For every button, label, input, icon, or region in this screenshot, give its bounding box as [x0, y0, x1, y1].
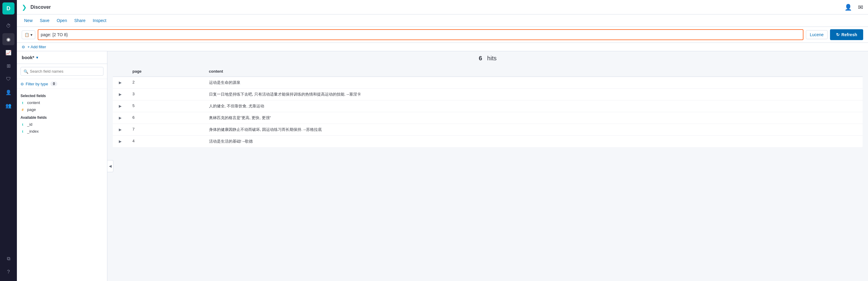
page-title: Discover [30, 4, 51, 10]
table-row: ▶ 4 活动是生活的基础! --歌德 [113, 136, 863, 148]
field-search-container: 🔍 [17, 64, 107, 79]
row-expand-button[interactable]: ▶ [118, 139, 123, 144]
row-expand-cell: ▶ [113, 77, 128, 89]
nav-shield-icon[interactable]: 🛡 [2, 73, 14, 85]
row-expand-cell: ▶ [113, 136, 128, 148]
filter-row: ⊖ + Add filter [17, 43, 868, 51]
row-content-3: 日复一日地坚持练下去吧, 只有活动适量才能保持训练的热情和提高运动的技能. --… [204, 89, 863, 100]
filter-by-type-icon: ⊖ [21, 82, 24, 86]
share-button[interactable]: Share [72, 17, 88, 24]
field-name-content: content [27, 100, 40, 105]
toolbar: New Save Open Share Inspect [17, 14, 868, 27]
nav-users-icon[interactable]: 👥 [2, 99, 14, 112]
table-row: ▶ 2 运动是生命的源泉 [113, 77, 863, 89]
expand-col-header [113, 66, 128, 77]
field-item-page[interactable]: # page [17, 106, 107, 113]
field-search-input[interactable] [21, 67, 103, 76]
field-item-id[interactable]: t _id [17, 121, 107, 128]
save-button[interactable]: Save [37, 17, 52, 24]
filter-icon[interactable]: ⊖ [22, 44, 25, 49]
content-area: book* ▾ 🔍 ⊖ Filter by type 0 Selected fi… [17, 51, 868, 281]
sidebar: book* ▾ 🔍 ⊖ Filter by type 0 Selected fi… [17, 51, 107, 281]
row-expand-button[interactable]: ▶ [118, 103, 123, 109]
row-expand-button[interactable]: ▶ [118, 80, 123, 85]
hits-count: 6 [479, 55, 482, 62]
filter-count-badge: 0 [50, 82, 57, 86]
table-body: ▶ 2 运动是生命的源泉 ▶ 3 日复一日地坚持练下去吧, 只有活动适量才能保持… [113, 77, 863, 148]
row-expand-button[interactable]: ▶ [118, 115, 123, 121]
collapse-sidebar-button[interactable]: ◀ [107, 160, 114, 172]
left-navigation: D ⏱ ◉ 📈 ⊞ 🛡 👤 👥 ⧉ ? [0, 0, 17, 281]
row-page-2: 2 [128, 77, 204, 89]
logo-letter: D [7, 5, 10, 12]
results-table-container: page content ▶ 2 运动是生命的源泉 ▶ 3 [107, 65, 868, 281]
results-header: 6 hits [107, 51, 868, 65]
row-expand-cell: ▶ [113, 89, 128, 100]
refresh-label: Refresh [841, 32, 857, 37]
field-name-page: page [27, 107, 36, 112]
filter-by-type-row: ⊖ Filter by type 0 [17, 79, 107, 89]
nav-grid-icon[interactable]: ⊞ [2, 60, 14, 72]
nav-layers-icon[interactable]: ⧉ [2, 253, 14, 265]
field-type-text-icon: t [21, 101, 25, 105]
save-query-icon: 📋 [25, 33, 29, 37]
row-content-2: 运动是生命的源泉 [204, 77, 863, 89]
field-item-content[interactable]: t content [17, 99, 107, 106]
lucene-button[interactable]: Lucene [806, 30, 828, 39]
row-page-4: 4 [128, 136, 204, 148]
row-page-3: 3 [128, 89, 204, 100]
row-expand-button[interactable]: ▶ [118, 127, 123, 132]
col-header-page[interactable]: page [128, 66, 204, 77]
available-fields-label: Available fields [17, 113, 107, 121]
app-logo[interactable]: D [2, 2, 14, 14]
nav-compass-icon[interactable]: ◉ [2, 33, 14, 45]
row-expand-cell: ▶ [113, 124, 128, 136]
query-type-button[interactable]: 📋 ▾ [22, 30, 35, 39]
open-button[interactable]: Open [54, 17, 69, 24]
col-header-content[interactable]: content [204, 66, 863, 77]
profile-icon[interactable]: 👤 [844, 4, 852, 11]
row-expand-button[interactable]: ▶ [118, 92, 123, 97]
filter-by-type-label: Filter by type [26, 82, 48, 86]
refresh-button[interactable]: ↻ Refresh [830, 29, 863, 40]
kibana-logo-icon: ❯ [22, 4, 27, 11]
search-input[interactable] [41, 32, 801, 37]
row-content-7: 身体的健康因静止不动而破坏, 因运动练习而长期保持. --苏格拉底 [204, 124, 863, 136]
table-row: ▶ 3 日复一日地坚持练下去吧, 只有活动适量才能保持训练的热情和提高运动的技能… [113, 89, 863, 100]
row-expand-cell: ▶ [113, 112, 128, 124]
new-button[interactable]: New [22, 17, 35, 24]
index-chevron-icon: ▾ [36, 56, 38, 60]
row-page-5: 5 [128, 100, 204, 112]
refresh-icon: ↻ [836, 32, 840, 37]
nav-help-icon[interactable]: ? [2, 266, 14, 278]
table-header: page content [113, 66, 863, 77]
row-expand-cell: ▶ [113, 100, 128, 112]
row-content-4: 活动是生活的基础! --歌德 [204, 136, 863, 148]
main-wrapper: ❯ Discover 👤 ✉ New Save Open Share Inspe… [17, 0, 868, 281]
index-selector[interactable]: book* ▾ [17, 51, 107, 64]
field-item-index[interactable]: t _index [17, 128, 107, 135]
field-type-number-icon: # [21, 108, 25, 112]
field-name-id: _id [27, 122, 32, 127]
table-row: ▶ 5 人的健全, 不但靠饮食, 尤靠运动 [113, 100, 863, 112]
row-page-7: 7 [128, 124, 204, 136]
field-type-index-icon: t [21, 130, 25, 133]
selected-fields-label: Selected fields [17, 91, 107, 99]
top-bar: ❯ Discover 👤 ✉ [17, 0, 868, 14]
hits-label: hits [487, 55, 496, 62]
chevron-down-icon: ▾ [30, 33, 33, 37]
row-page-6: 6 [128, 112, 204, 124]
nav-person-icon[interactable]: 👤 [2, 86, 14, 98]
inspect-button[interactable]: Inspect [91, 17, 109, 24]
sidebar-fields: Selected fields t content # page Availab… [17, 89, 107, 281]
search-input-container [38, 29, 803, 40]
nav-chart-icon[interactable]: 📈 [2, 46, 14, 59]
nav-clock-icon[interactable]: ⏱ [2, 20, 14, 32]
add-filter-button[interactable]: + Add filter [27, 44, 46, 49]
field-search-icon: 🔍 [24, 69, 28, 73]
main-panel: ◀ 6 hits page content [107, 51, 868, 281]
field-name-index: _index [27, 129, 39, 133]
mail-icon[interactable]: ✉ [858, 4, 863, 11]
filter-by-type-button[interactable]: ⊖ Filter by type [21, 82, 48, 86]
row-content-6: 奥林匹克的格言是"更高, 更快, 更强" [204, 112, 863, 124]
